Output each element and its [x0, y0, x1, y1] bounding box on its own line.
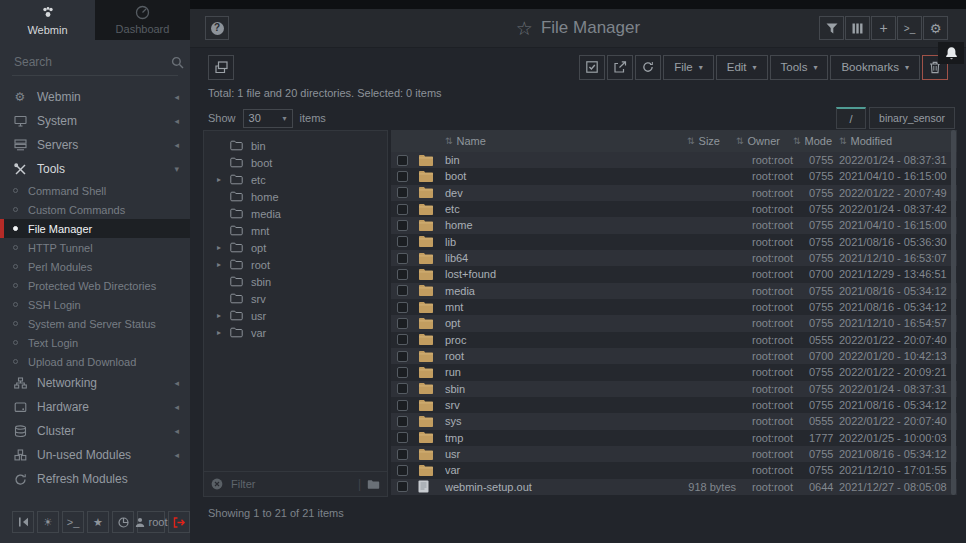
table-row[interactable]: tmp root:root 1777 2022/01/25 - 10:00:03: [391, 430, 957, 446]
file-name-link[interactable]: srv: [445, 399, 640, 411]
file-name-link[interactable]: webmin-setup.out: [445, 481, 640, 493]
expand-caret-icon[interactable]: ▸: [217, 311, 230, 320]
file-name-link[interactable]: dev: [445, 187, 640, 199]
page-size-select[interactable]: 30 ▾: [243, 109, 293, 128]
row-checkbox[interactable]: [397, 449, 408, 460]
tab-dashboard[interactable]: Dashboard: [95, 0, 190, 40]
table-row[interactable]: webmin-setup.out 918 bytes root:root 064…: [391, 479, 957, 495]
row-checkbox[interactable]: [397, 400, 408, 411]
search-icon[interactable]: [171, 56, 184, 69]
row-checkbox[interactable]: [397, 236, 408, 247]
sidebar-item-unused-modules[interactable]: Un-used Modules ◂: [0, 443, 190, 467]
row-checkbox[interactable]: [397, 318, 408, 329]
row-checkbox[interactable]: [397, 465, 408, 476]
row-checkbox[interactable]: [397, 204, 408, 215]
submenu-item[interactable]: Text Login: [0, 333, 190, 352]
tree-folder[interactable]: ▸ var: [204, 324, 387, 341]
help-button[interactable]: ?: [205, 16, 229, 40]
sidebar-item-webmin[interactable]: ⚙ Webmin ◂: [0, 85, 190, 109]
file-name-link[interactable]: usr: [445, 448, 640, 460]
column-header-modified[interactable]: ⇅ Modified: [839, 135, 947, 147]
breadcrumb-root[interactable]: /: [836, 107, 866, 129]
row-checkbox[interactable]: [397, 187, 408, 198]
row-checkbox[interactable]: [397, 155, 408, 166]
file-name-link[interactable]: boot: [445, 170, 640, 182]
expand-caret-icon[interactable]: ▸: [217, 260, 230, 269]
column-header-name[interactable]: ⇅ Name: [445, 135, 624, 147]
file-name-link[interactable]: root: [445, 350, 640, 362]
tree-folder[interactable]: ▸ opt: [204, 239, 387, 256]
file-name-link[interactable]: lib: [445, 236, 640, 248]
file-menu-button[interactable]: File ▾: [663, 55, 714, 80]
submenu-item[interactable]: File Manager: [0, 219, 190, 238]
file-name-link[interactable]: home: [445, 219, 640, 231]
tree-folder[interactable]: ▸ sbin: [204, 273, 387, 290]
submenu-item[interactable]: Upload and Download: [0, 352, 190, 371]
file-name-link[interactable]: run: [445, 366, 640, 378]
submenu-item[interactable]: Command Shell: [0, 181, 190, 200]
share-button[interactable]: [607, 55, 633, 80]
sidebar-item-hardware[interactable]: Hardware ◂: [0, 395, 190, 419]
expand-caret-icon[interactable]: ▸: [217, 243, 230, 252]
tree-folder[interactable]: ▸ srv: [204, 290, 387, 307]
submenu-item[interactable]: SSH Login: [0, 295, 190, 314]
tools-menu-button[interactable]: Tools ▾: [770, 55, 829, 80]
table-row[interactable]: proc root:root 0555 2022/01/22 - 20:07:4…: [391, 332, 957, 348]
file-name-link[interactable]: sys: [445, 415, 640, 427]
tree-folder[interactable]: ▸ mnt: [204, 222, 387, 239]
collapse-sidebar-button[interactable]: [12, 511, 34, 533]
sidebar-item-system[interactable]: System ◂: [0, 109, 190, 133]
row-checkbox[interactable]: [397, 416, 408, 427]
row-checkbox[interactable]: [397, 302, 408, 313]
submenu-item[interactable]: Perl Modules: [0, 257, 190, 276]
logout-button[interactable]: [168, 511, 190, 533]
file-name-link[interactable]: proc: [445, 334, 640, 346]
shell-button[interactable]: >_: [62, 511, 84, 533]
table-row[interactable]: mnt root:root 0755 2021/08/16 - 05:34:12: [391, 299, 957, 315]
table-row[interactable]: etc root:root 0755 2022/01/24 - 08:37:42: [391, 201, 957, 217]
table-row[interactable]: lost+found root:root 0700 2021/12/29 - 1…: [391, 266, 957, 282]
table-row[interactable]: media root:root 0755 2021/08/16 - 05:34:…: [391, 283, 957, 299]
row-checkbox[interactable]: [397, 351, 408, 362]
tree-folder[interactable]: ▸ boot: [204, 154, 387, 171]
add-button[interactable]: +: [871, 16, 896, 40]
submenu-item[interactable]: Protected Web Directories: [0, 276, 190, 295]
file-name-link[interactable]: mnt: [445, 301, 640, 313]
table-row[interactable]: srv root:root 0755 2021/08/16 - 05:34:12: [391, 397, 957, 413]
terminal-button[interactable]: >_: [897, 16, 922, 40]
table-row[interactable]: run root:root 0755 2022/01/22 - 20:09:21: [391, 364, 957, 380]
row-checkbox[interactable]: [397, 269, 408, 280]
file-name-link[interactable]: tmp: [445, 432, 640, 444]
file-name-link[interactable]: lost+found: [445, 268, 640, 280]
file-name-link[interactable]: etc: [445, 203, 640, 215]
theme-button[interactable]: ☀: [37, 511, 59, 533]
submenu-item[interactable]: System and Server Status: [0, 314, 190, 333]
file-name-link[interactable]: var: [445, 464, 640, 476]
tree-folder[interactable]: ▸ root: [204, 256, 387, 273]
row-checkbox[interactable]: [397, 220, 408, 231]
bookmarks-menu-button[interactable]: Bookmarks ▾: [830, 55, 920, 80]
favorites-button[interactable]: ★: [87, 511, 109, 533]
table-row[interactable]: var root:root 0755 2021/12/10 - 17:01:55: [391, 462, 957, 478]
tree-folder[interactable]: ▸ media: [204, 205, 387, 222]
tab-webmin[interactable]: Webmin: [0, 0, 95, 40]
table-row[interactable]: lib root:root 0755 2021/08/16 - 05:36:30: [391, 234, 957, 250]
file-name-link[interactable]: media: [445, 285, 640, 297]
settings-button[interactable]: ⚙: [923, 16, 948, 40]
column-header-mode[interactable]: ⇅ Mode: [793, 135, 839, 147]
table-row[interactable]: sbin root:root 0755 2022/01/24 - 08:37:3…: [391, 381, 957, 397]
tree-folder[interactable]: ▸ home: [204, 188, 387, 205]
row-checkbox[interactable]: [397, 285, 408, 296]
columns-button[interactable]: [845, 16, 870, 40]
clear-filter-icon[interactable]: [211, 478, 223, 490]
row-checkbox[interactable]: [397, 253, 408, 264]
table-scrollbar[interactable]: [951, 130, 956, 495]
row-checkbox[interactable]: [397, 334, 408, 345]
user-button[interactable]: root: [137, 511, 165, 533]
table-row[interactable]: opt root:root 0755 2021/12/10 - 16:54:57: [391, 315, 957, 331]
sidebar-item-cluster[interactable]: Cluster ◂: [0, 419, 190, 443]
table-row[interactable]: sys root:root 0555 2022/01/22 - 20:07:40: [391, 413, 957, 429]
table-row[interactable]: root root:root 0700 2022/01/20 - 10:42:1…: [391, 348, 957, 364]
paste-buffer-button[interactable]: [208, 55, 234, 80]
sidebar-item-tools[interactable]: Tools ▾: [0, 157, 190, 181]
